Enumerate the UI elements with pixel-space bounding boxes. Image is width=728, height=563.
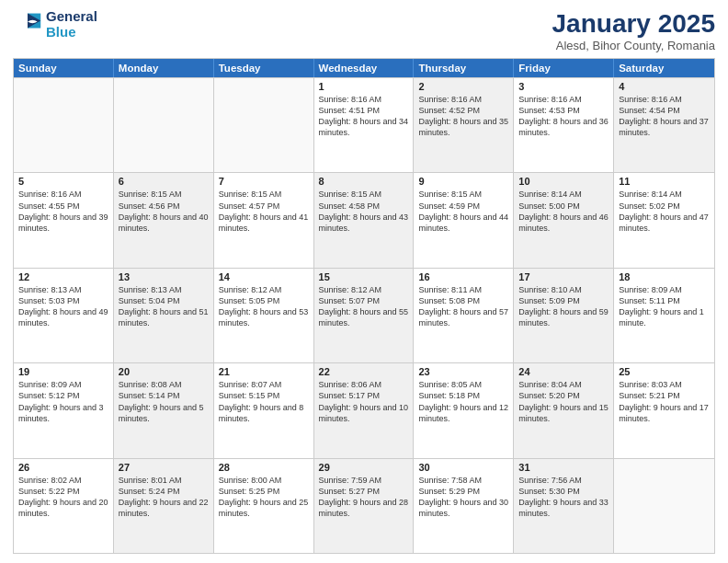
day-info: Sunrise: 8:05 AM Sunset: 5:18 PM Dayligh… <box>418 379 508 424</box>
logo-icon <box>13 10 42 40</box>
calendar-cell: 1Sunrise: 8:16 AM Sunset: 4:51 PM Daylig… <box>314 78 415 172</box>
day-info: Sunrise: 8:06 AM Sunset: 5:17 PM Dayligh… <box>319 379 409 424</box>
day-info: Sunrise: 8:16 AM Sunset: 4:54 PM Dayligh… <box>619 94 710 139</box>
day-info: Sunrise: 8:09 AM Sunset: 5:11 PM Dayligh… <box>619 284 710 329</box>
day-number: 13 <box>119 271 209 282</box>
day-number: 8 <box>319 176 409 187</box>
day-info: Sunrise: 7:58 AM Sunset: 5:29 PM Dayligh… <box>418 475 508 520</box>
calendar-cell: 7Sunrise: 8:15 AM Sunset: 4:57 PM Daylig… <box>214 173 314 267</box>
calendar: SundayMondayTuesdayWednesdayThursdayFrid… <box>13 58 715 554</box>
day-number: 26 <box>18 462 108 473</box>
day-number: 17 <box>518 271 609 282</box>
day-number: 7 <box>219 176 309 187</box>
calendar-cell: 17Sunrise: 8:10 AM Sunset: 5:09 PM Dayli… <box>514 269 614 362</box>
day-info: Sunrise: 8:10 AM Sunset: 5:09 PM Dayligh… <box>518 284 609 329</box>
day-number: 29 <box>319 462 409 473</box>
page: General Blue January 2025 Alesd, Bihor C… <box>0 0 728 563</box>
day-number: 9 <box>418 176 508 187</box>
day-number: 21 <box>219 366 309 377</box>
calendar-cell: 3Sunrise: 8:16 AM Sunset: 4:53 PM Daylig… <box>514 78 614 172</box>
subtitle: Alesd, Bihor County, Romania <box>552 39 715 52</box>
day-number: 20 <box>119 366 209 377</box>
calendar-cell <box>14 78 114 172</box>
day-info: Sunrise: 8:14 AM Sunset: 5:00 PM Dayligh… <box>518 189 609 234</box>
calendar-body: 1Sunrise: 8:16 AM Sunset: 4:51 PM Daylig… <box>14 77 714 553</box>
day-info: Sunrise: 8:12 AM Sunset: 5:07 PM Dayligh… <box>319 284 409 329</box>
calendar-cell: 14Sunrise: 8:12 AM Sunset: 5:05 PM Dayli… <box>214 269 314 362</box>
day-number: 12 <box>18 271 108 282</box>
calendar-header-monday: Monday <box>114 59 214 77</box>
calendar-cell: 27Sunrise: 8:01 AM Sunset: 5:24 PM Dayli… <box>114 459 214 553</box>
day-number: 2 <box>418 81 508 92</box>
day-number: 22 <box>319 366 409 377</box>
calendar-header-saturday: Saturday <box>614 59 714 77</box>
day-info: Sunrise: 8:08 AM Sunset: 5:14 PM Dayligh… <box>119 379 209 424</box>
calendar-cell: 2Sunrise: 8:16 AM Sunset: 4:52 PM Daylig… <box>414 78 514 172</box>
day-info: Sunrise: 8:16 AM Sunset: 4:52 PM Dayligh… <box>418 94 508 139</box>
day-info: Sunrise: 7:56 AM Sunset: 5:30 PM Dayligh… <box>518 475 609 520</box>
day-info: Sunrise: 8:16 AM Sunset: 4:55 PM Dayligh… <box>18 189 108 234</box>
day-number: 24 <box>518 366 609 377</box>
day-info: Sunrise: 8:07 AM Sunset: 5:15 PM Dayligh… <box>219 379 309 424</box>
calendar-cell <box>114 78 214 172</box>
calendar-week-3: 12Sunrise: 8:13 AM Sunset: 5:03 PM Dayli… <box>14 268 714 362</box>
calendar-cell: 19Sunrise: 8:09 AM Sunset: 5:12 PM Dayli… <box>14 363 114 457</box>
day-info: Sunrise: 8:15 AM Sunset: 4:58 PM Dayligh… <box>319 189 409 234</box>
calendar-cell: 24Sunrise: 8:04 AM Sunset: 5:20 PM Dayli… <box>514 363 614 457</box>
calendar-cell: 6Sunrise: 8:15 AM Sunset: 4:56 PM Daylig… <box>114 173 214 267</box>
calendar-header-tuesday: Tuesday <box>214 59 314 77</box>
calendar-cell: 8Sunrise: 8:15 AM Sunset: 4:58 PM Daylig… <box>314 173 415 267</box>
day-info: Sunrise: 8:14 AM Sunset: 5:02 PM Dayligh… <box>619 189 710 234</box>
calendar-header: SundayMondayTuesdayWednesdayThursdayFrid… <box>14 59 714 77</box>
day-info: Sunrise: 8:09 AM Sunset: 5:12 PM Dayligh… <box>18 379 108 424</box>
day-info: Sunrise: 8:04 AM Sunset: 5:20 PM Dayligh… <box>518 379 609 424</box>
calendar-cell <box>214 78 314 172</box>
calendar-cell <box>614 459 714 553</box>
day-info: Sunrise: 8:11 AM Sunset: 5:08 PM Dayligh… <box>418 284 508 329</box>
day-info: Sunrise: 8:00 AM Sunset: 5:25 PM Dayligh… <box>219 475 309 520</box>
calendar-cell: 10Sunrise: 8:14 AM Sunset: 5:00 PM Dayli… <box>514 173 614 267</box>
calendar-cell: 28Sunrise: 8:00 AM Sunset: 5:25 PM Dayli… <box>214 459 314 553</box>
calendar-cell: 11Sunrise: 8:14 AM Sunset: 5:02 PM Dayli… <box>614 173 714 267</box>
day-info: Sunrise: 8:13 AM Sunset: 5:03 PM Dayligh… <box>18 284 108 329</box>
calendar-cell: 5Sunrise: 8:16 AM Sunset: 4:55 PM Daylig… <box>14 173 114 267</box>
header: General Blue January 2025 Alesd, Bihor C… <box>13 9 715 52</box>
calendar-week-2: 5Sunrise: 8:16 AM Sunset: 4:55 PM Daylig… <box>14 172 714 267</box>
day-number: 3 <box>518 81 609 92</box>
calendar-cell: 30Sunrise: 7:58 AM Sunset: 5:29 PM Dayli… <box>414 459 514 553</box>
day-number: 6 <box>119 176 209 187</box>
day-info: Sunrise: 7:59 AM Sunset: 5:27 PM Dayligh… <box>319 475 409 520</box>
day-number: 16 <box>418 271 508 282</box>
title-block: January 2025 Alesd, Bihor County, Romani… <box>552 9 715 52</box>
logo-text: General Blue <box>46 9 97 40</box>
calendar-header-sunday: Sunday <box>14 59 114 77</box>
calendar-cell: 22Sunrise: 8:06 AM Sunset: 5:17 PM Dayli… <box>314 363 415 457</box>
day-number: 19 <box>18 366 108 377</box>
day-number: 15 <box>319 271 409 282</box>
day-info: Sunrise: 8:13 AM Sunset: 5:04 PM Dayligh… <box>119 284 209 329</box>
day-info: Sunrise: 8:02 AM Sunset: 5:22 PM Dayligh… <box>18 475 108 520</box>
calendar-cell: 4Sunrise: 8:16 AM Sunset: 4:54 PM Daylig… <box>614 78 714 172</box>
day-info: Sunrise: 8:03 AM Sunset: 5:21 PM Dayligh… <box>619 379 710 424</box>
day-number: 4 <box>619 81 710 92</box>
calendar-week-5: 26Sunrise: 8:02 AM Sunset: 5:22 PM Dayli… <box>14 458 714 553</box>
calendar-cell: 15Sunrise: 8:12 AM Sunset: 5:07 PM Dayli… <box>314 269 415 362</box>
calendar-cell: 16Sunrise: 8:11 AM Sunset: 5:08 PM Dayli… <box>414 269 514 362</box>
day-number: 10 <box>518 176 609 187</box>
day-number: 18 <box>619 271 710 282</box>
day-number: 27 <box>119 462 209 473</box>
calendar-cell: 23Sunrise: 8:05 AM Sunset: 5:18 PM Dayli… <box>414 363 514 457</box>
logo: General Blue <box>13 9 97 40</box>
calendar-cell: 9Sunrise: 8:15 AM Sunset: 4:59 PM Daylig… <box>414 173 514 267</box>
calendar-week-1: 1Sunrise: 8:16 AM Sunset: 4:51 PM Daylig… <box>14 77 714 172</box>
day-info: Sunrise: 8:12 AM Sunset: 5:05 PM Dayligh… <box>219 284 309 329</box>
calendar-cell: 20Sunrise: 8:08 AM Sunset: 5:14 PM Dayli… <box>114 363 214 457</box>
calendar-header-friday: Friday <box>514 59 614 77</box>
calendar-header-thursday: Thursday <box>414 59 514 77</box>
day-info: Sunrise: 8:15 AM Sunset: 4:56 PM Dayligh… <box>119 189 209 234</box>
calendar-cell: 13Sunrise: 8:13 AM Sunset: 5:04 PM Dayli… <box>114 269 214 362</box>
day-info: Sunrise: 8:16 AM Sunset: 4:51 PM Dayligh… <box>319 94 409 139</box>
calendar-cell: 21Sunrise: 8:07 AM Sunset: 5:15 PM Dayli… <box>214 363 314 457</box>
day-number: 25 <box>619 366 710 377</box>
day-number: 23 <box>418 366 508 377</box>
